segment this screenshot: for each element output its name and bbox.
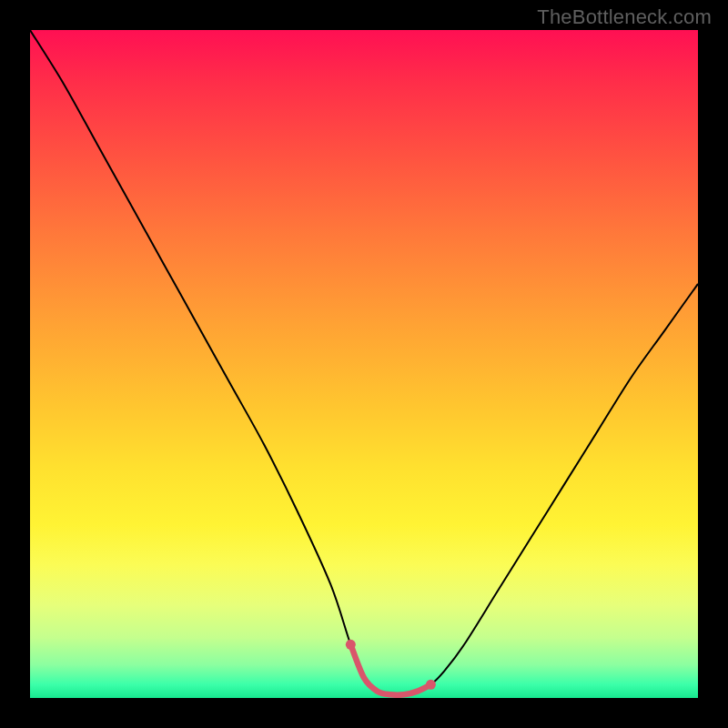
curve-svg [30, 30, 698, 698]
bottleneck-curve-line [30, 30, 698, 695]
watermark-text: TheBottleneck.com [537, 5, 712, 29]
chart-frame: TheBottleneck.com [0, 0, 728, 728]
plot-area [30, 30, 698, 698]
optimal-range-endpoint-dot [426, 680, 436, 690]
optimal-range-line [350, 644, 430, 695]
optimal-range-endpoint-dot [346, 640, 356, 650]
